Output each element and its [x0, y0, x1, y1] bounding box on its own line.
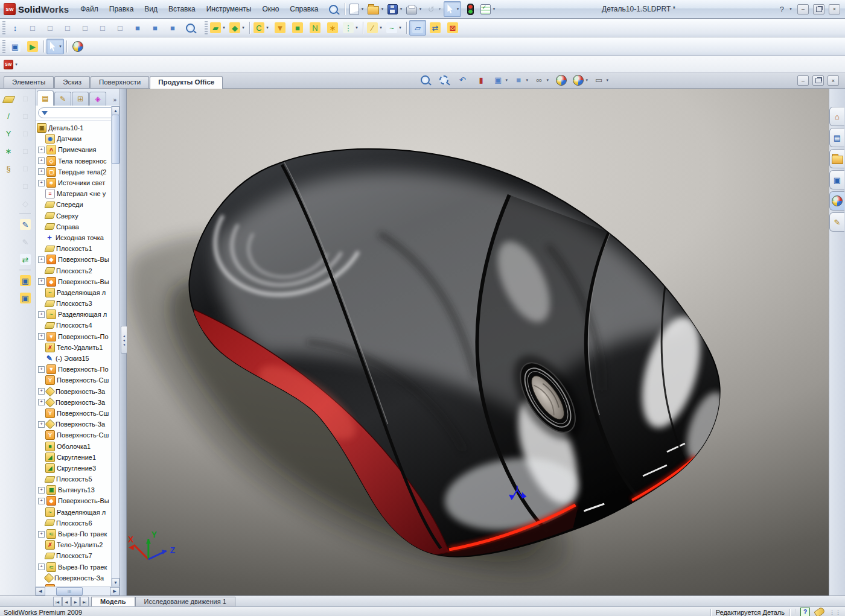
- scroll-thumb[interactable]: ||||: [56, 587, 83, 595]
- view-orientation-button[interactable]: ▣▾: [491, 73, 510, 87]
- linear-pattern-dropdown[interactable]: ▾: [354, 25, 359, 30]
- sketch-tool-button[interactable]: ✎: [16, 216, 34, 233]
- new-document-button[interactable]: ▾: [348, 1, 366, 17]
- select-dropdown[interactable]: ▾: [455, 7, 460, 11]
- revolved-surface-button[interactable]: ◆▾: [228, 20, 247, 36]
- open-document-button[interactable]: ▾: [366, 1, 386, 17]
- extruded-surface-dropdown[interactable]: ▾: [222, 25, 226, 30]
- knit-surface-button[interactable]: N: [307, 20, 324, 36]
- new-document-dropdown[interactable]: ▾: [360, 7, 365, 11]
- expand-toggle[interactable]: +: [38, 157, 45, 164]
- tree-item[interactable]: ~Разделяющая л: [37, 287, 120, 298]
- expand-toggle[interactable]: +: [38, 498, 45, 504]
- help-button[interactable]: ?: [780, 5, 784, 14]
- motion-nav-first-button[interactable]: |◀: [53, 597, 62, 606]
- tree-item[interactable]: +Поверхность-За: [37, 386, 120, 397]
- resize-grip[interactable]: ⋮⋮: [829, 609, 841, 615]
- save-document-dropdown[interactable]: ▾: [398, 7, 403, 11]
- tree-item[interactable]: ◢Скругление3: [37, 463, 120, 474]
- appearances-scenes-button[interactable]: [829, 191, 844, 211]
- view-settings-dropdown[interactable]: ▾: [584, 78, 589, 83]
- camera-view-button[interactable]: ▭▾: [592, 73, 611, 87]
- tree-item[interactable]: ✎(-) Эскиз15: [37, 353, 120, 364]
- back-view-button[interactable]: □: [42, 20, 59, 36]
- tree-item[interactable]: ≡Материал <не у: [37, 188, 120, 199]
- document-minimize-button[interactable]: –: [797, 75, 809, 86]
- tree-item[interactable]: Спереди: [37, 199, 120, 210]
- design-library-button[interactable]: ▤: [829, 128, 844, 147]
- toolbar-grip[interactable]: [205, 21, 208, 34]
- tree-filter-input[interactable]: [50, 109, 95, 117]
- window-minimize-button[interactable]: –: [797, 4, 809, 14]
- coordinate-system-tool-button[interactable]: Y: [0, 125, 18, 142]
- tree-item[interactable]: +◇Тела поверхнос: [37, 156, 120, 167]
- tree-item[interactable]: ▣Деталь10-1: [37, 122, 120, 133]
- motion-nav-prev-button[interactable]: ◀: [62, 597, 71, 606]
- expand-toggle[interactable]: +: [38, 399, 45, 405]
- tree-item[interactable]: +Поверхность-За: [37, 419, 120, 430]
- solidworks-menu-button[interactable]: SW ▾: [2, 57, 20, 72]
- window-layout-button[interactable]: ▣: [7, 39, 24, 54]
- expand-toggle[interactable]: +: [38, 180, 45, 186]
- dimetric-view-button[interactable]: ■: [147, 20, 164, 36]
- display-style-button[interactable]: ■▾: [512, 73, 531, 87]
- tree-item[interactable]: +◆Поверхность-Вы: [37, 254, 120, 265]
- expand-toggle[interactable]: +: [38, 564, 45, 570]
- scroll-left-button[interactable]: ◀: [36, 587, 45, 595]
- expand-toggle[interactable]: +: [38, 531, 45, 538]
- tree-item[interactable]: +▼Поверхность-По: [37, 364, 120, 375]
- tree-item[interactable]: +⊂Вырез-По траек: [37, 529, 120, 539]
- scroll-up-button[interactable]: ▲: [112, 106, 120, 115]
- select-button[interactable]: ▾: [444, 1, 461, 17]
- scroll-thumb[interactable]: [112, 115, 120, 164]
- tree-item[interactable]: +Поверхность-За: [37, 397, 120, 408]
- display-style-dropdown[interactable]: ▾: [525, 78, 529, 83]
- tree-item[interactable]: +∗Источники свет: [37, 177, 120, 188]
- trimetric-view-button[interactable]: ■: [164, 20, 181, 36]
- tree-item[interactable]: +▣Вытянуть13: [37, 484, 120, 495]
- tab-Эскиз[interactable]: Эскиз: [54, 76, 90, 88]
- menu-Справка[interactable]: Справка: [284, 1, 324, 17]
- print-document-dropdown[interactable]: ▾: [418, 7, 422, 11]
- zoom-to-selection-button[interactable]: [182, 20, 199, 36]
- document-restore-button[interactable]: [812, 75, 824, 86]
- configurationmanager-tab[interactable]: ⊞: [72, 92, 89, 106]
- planar-surface-button[interactable]: ■: [289, 20, 306, 36]
- help-dropdown[interactable]: ▾: [788, 7, 793, 11]
- motion-nav-last-button[interactable]: ▶|: [80, 597, 89, 606]
- tree-horizontal-scrollbar[interactable]: ◀ |||| ▶: [36, 586, 120, 595]
- filled-surface-button[interactable]: ∗: [324, 20, 341, 36]
- panel-splitter[interactable]: ◂◂◂: [120, 89, 127, 595]
- scroll-right-button[interactable]: ▶: [110, 587, 120, 595]
- tree-item[interactable]: Плоскость7: [37, 550, 120, 561]
- tree-item[interactable]: ~Разделяющая л: [37, 507, 120, 518]
- isometric-view-button[interactable]: ■: [129, 20, 146, 36]
- select-cursor-dropdown[interactable]: ▾: [58, 44, 63, 49]
- tree-vertical-scrollbar[interactable]: ▲ ▼: [111, 106, 120, 587]
- left-view-button[interactable]: □: [59, 20, 76, 36]
- expand-toggle[interactable]: +: [38, 168, 45, 175]
- zoom-to-area-button[interactable]: [435, 73, 452, 87]
- undo-dropdown[interactable]: ▾: [437, 7, 442, 11]
- swept-surface-dropdown[interactable]: ▾: [265, 25, 270, 30]
- tree-item[interactable]: Плоскость3: [37, 298, 120, 309]
- window-close-button[interactable]: ×: [829, 4, 840, 14]
- tree-item[interactable]: +▢Твердые тела(2: [37, 167, 120, 177]
- expand-toggle[interactable]: +: [38, 487, 45, 494]
- revolved-surface-dropdown[interactable]: ▾: [241, 25, 246, 30]
- extruded-surface-button[interactable]: ▰▾: [209, 20, 228, 36]
- tab-Поверхности[interactable]: Поверхности: [91, 76, 149, 88]
- file-explorer-button[interactable]: [829, 149, 844, 168]
- insert-part-tool-button[interactable]: ▣: [16, 272, 34, 289]
- apply-scene-button[interactable]: [553, 73, 570, 87]
- solidworks-menu-dropdown[interactable]: ▾: [14, 62, 19, 67]
- tab-Элементы[interactable]: Элементы: [4, 76, 54, 88]
- expand-toggle[interactable]: +: [38, 388, 45, 395]
- move-copy-body-tool-button[interactable]: ⇄: [16, 251, 34, 268]
- menu-Вставка[interactable]: Вставка: [163, 1, 201, 17]
- manager-tabs-overflow[interactable]: »: [113, 97, 118, 106]
- tree-item[interactable]: Плоскость5: [37, 474, 120, 484]
- previous-view-button[interactable]: ↶: [454, 73, 471, 87]
- tree-item[interactable]: Плоскость6: [37, 518, 120, 529]
- front-view-button[interactable]: □: [24, 20, 41, 36]
